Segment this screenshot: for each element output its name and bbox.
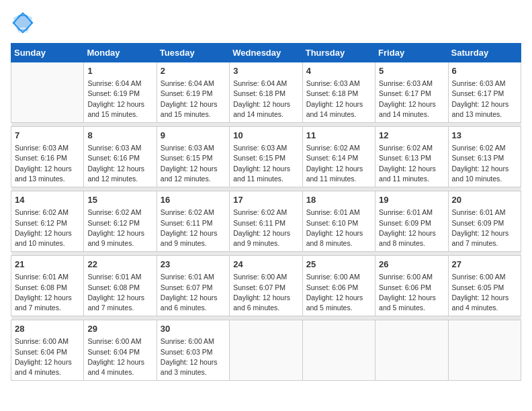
day-info: Sunrise: 6:01 AM Sunset: 6:09 PM Dayligh… bbox=[452, 208, 517, 248]
calendar-cell bbox=[230, 320, 302, 381]
day-info: Sunrise: 6:03 AM Sunset: 6:17 PM Dayligh… bbox=[379, 79, 444, 120]
logo-icon bbox=[11, 11, 35, 35]
day-number: 6 bbox=[452, 65, 517, 77]
day-number: 16 bbox=[161, 194, 226, 206]
day-number: 30 bbox=[161, 323, 226, 335]
calendar-cell: 3Sunrise: 6:04 AM Sunset: 6:18 PM Daylig… bbox=[230, 62, 302, 123]
logo bbox=[11, 11, 38, 35]
calendar-cell: 10Sunrise: 6:03 AM Sunset: 6:15 PM Dayli… bbox=[230, 127, 302, 187]
day-info: Sunrise: 6:02 AM Sunset: 6:14 PM Dayligh… bbox=[306, 143, 371, 184]
day-number: 7 bbox=[15, 130, 80, 142]
calendar-cell: 11Sunrise: 6:02 AM Sunset: 6:14 PM Dayli… bbox=[302, 127, 375, 187]
day-info: Sunrise: 6:01 AM Sunset: 6:08 PM Dayligh… bbox=[87, 272, 152, 313]
day-info: Sunrise: 6:04 AM Sunset: 6:19 PM Dayligh… bbox=[87, 79, 152, 120]
calendar-week-3: 14Sunrise: 6:02 AM Sunset: 6:12 PM Dayli… bbox=[11, 191, 521, 252]
day-number: 12 bbox=[379, 130, 444, 142]
day-info: Sunrise: 6:00 AM Sunset: 6:04 PM Dayligh… bbox=[87, 336, 152, 377]
day-number: 19 bbox=[379, 194, 444, 206]
calendar-cell bbox=[11, 62, 84, 123]
day-number: 20 bbox=[452, 194, 517, 206]
day-info: Sunrise: 6:03 AM Sunset: 6:15 PM Dayligh… bbox=[233, 143, 298, 184]
day-number: 3 bbox=[233, 65, 298, 77]
calendar-cell: 7Sunrise: 6:03 AM Sunset: 6:16 PM Daylig… bbox=[11, 127, 84, 187]
day-number: 25 bbox=[306, 259, 371, 271]
calendar-cell: 30Sunrise: 6:00 AM Sunset: 6:03 PM Dayli… bbox=[157, 320, 229, 381]
calendar-cell: 24Sunrise: 6:00 AM Sunset: 6:07 PM Dayli… bbox=[230, 256, 302, 316]
calendar-cell: 12Sunrise: 6:02 AM Sunset: 6:13 PM Dayli… bbox=[375, 127, 448, 187]
calendar-cell bbox=[375, 320, 448, 381]
day-info: Sunrise: 6:03 AM Sunset: 6:15 PM Dayligh… bbox=[161, 143, 226, 184]
day-header-sunday: Sunday bbox=[11, 44, 84, 62]
day-info: Sunrise: 6:03 AM Sunset: 6:16 PM Dayligh… bbox=[87, 143, 152, 184]
calendar-week-5: 28Sunrise: 6:00 AM Sunset: 6:04 PM Dayli… bbox=[11, 320, 521, 381]
day-header-row: SundayMondayTuesdayWednesdayThursdayFrid… bbox=[11, 44, 521, 62]
day-number: 17 bbox=[233, 194, 298, 206]
day-info: Sunrise: 6:00 AM Sunset: 6:05 PM Dayligh… bbox=[452, 272, 517, 313]
day-number: 23 bbox=[161, 259, 226, 271]
day-info: Sunrise: 6:02 AM Sunset: 6:12 PM Dayligh… bbox=[87, 208, 152, 248]
calendar-cell: 19Sunrise: 6:01 AM Sunset: 6:09 PM Dayli… bbox=[375, 191, 448, 252]
day-number: 29 bbox=[87, 323, 152, 335]
day-info: Sunrise: 6:00 AM Sunset: 6:03 PM Dayligh… bbox=[161, 336, 226, 377]
calendar-cell: 2Sunrise: 6:04 AM Sunset: 6:19 PM Daylig… bbox=[157, 62, 229, 123]
day-info: Sunrise: 6:03 AM Sunset: 6:17 PM Dayligh… bbox=[452, 79, 517, 120]
day-number: 26 bbox=[379, 259, 444, 271]
calendar-cell: 22Sunrise: 6:01 AM Sunset: 6:08 PM Dayli… bbox=[84, 256, 157, 316]
calendar-week-1: 1Sunrise: 6:04 AM Sunset: 6:19 PM Daylig… bbox=[11, 62, 521, 123]
calendar-cell: 16Sunrise: 6:02 AM Sunset: 6:11 PM Dayli… bbox=[157, 191, 229, 252]
calendar-cell: 26Sunrise: 6:00 AM Sunset: 6:06 PM Dayli… bbox=[375, 256, 448, 316]
day-info: Sunrise: 6:02 AM Sunset: 6:11 PM Dayligh… bbox=[233, 208, 298, 248]
day-number: 2 bbox=[161, 65, 226, 77]
day-number: 27 bbox=[452, 259, 517, 271]
day-number: 15 bbox=[87, 194, 152, 206]
calendar-cell: 8Sunrise: 6:03 AM Sunset: 6:16 PM Daylig… bbox=[84, 127, 157, 187]
day-info: Sunrise: 6:00 AM Sunset: 6:06 PM Dayligh… bbox=[306, 272, 371, 313]
day-info: Sunrise: 6:01 AM Sunset: 6:09 PM Dayligh… bbox=[379, 208, 444, 248]
day-header-thursday: Thursday bbox=[302, 44, 375, 62]
day-number: 1 bbox=[87, 65, 152, 77]
calendar-cell: 17Sunrise: 6:02 AM Sunset: 6:11 PM Dayli… bbox=[230, 191, 302, 252]
calendar-cell bbox=[302, 320, 375, 381]
calendar-cell: 21Sunrise: 6:01 AM Sunset: 6:08 PM Dayli… bbox=[11, 256, 84, 316]
day-info: Sunrise: 6:01 AM Sunset: 6:07 PM Dayligh… bbox=[161, 272, 226, 313]
calendar-cell: 1Sunrise: 6:04 AM Sunset: 6:19 PM Daylig… bbox=[84, 62, 157, 123]
day-number: 11 bbox=[306, 130, 371, 142]
day-number: 5 bbox=[379, 65, 444, 77]
calendar-cell: 15Sunrise: 6:02 AM Sunset: 6:12 PM Dayli… bbox=[84, 191, 157, 252]
day-header-friday: Friday bbox=[375, 44, 448, 62]
calendar-cell: 4Sunrise: 6:03 AM Sunset: 6:18 PM Daylig… bbox=[302, 62, 375, 123]
calendar-cell: 29Sunrise: 6:00 AM Sunset: 6:04 PM Dayli… bbox=[84, 320, 157, 381]
day-header-tuesday: Tuesday bbox=[157, 44, 229, 62]
calendar-cell: 9Sunrise: 6:03 AM Sunset: 6:15 PM Daylig… bbox=[157, 127, 229, 187]
calendar-cell: 5Sunrise: 6:03 AM Sunset: 6:17 PM Daylig… bbox=[375, 62, 448, 123]
day-header-saturday: Saturday bbox=[448, 44, 521, 62]
calendar-cell: 18Sunrise: 6:01 AM Sunset: 6:10 PM Dayli… bbox=[302, 191, 375, 252]
calendar-cell: 27Sunrise: 6:00 AM Sunset: 6:05 PM Dayli… bbox=[448, 256, 521, 316]
calendar-cell: 28Sunrise: 6:00 AM Sunset: 6:04 PM Dayli… bbox=[11, 320, 84, 381]
day-info: Sunrise: 6:04 AM Sunset: 6:19 PM Dayligh… bbox=[161, 79, 226, 120]
calendar-cell: 14Sunrise: 6:02 AM Sunset: 6:12 PM Dayli… bbox=[11, 191, 84, 252]
calendar-cell bbox=[448, 320, 521, 381]
day-number: 22 bbox=[87, 259, 152, 271]
calendar-cell: 20Sunrise: 6:01 AM Sunset: 6:09 PM Dayli… bbox=[448, 191, 521, 252]
calendar-header: SundayMondayTuesdayWednesdayThursdayFrid… bbox=[11, 44, 521, 62]
day-number: 24 bbox=[233, 259, 298, 271]
calendar-cell: 25Sunrise: 6:00 AM Sunset: 6:06 PM Dayli… bbox=[302, 256, 375, 316]
calendar-body: 1Sunrise: 6:04 AM Sunset: 6:19 PM Daylig… bbox=[11, 62, 521, 381]
day-header-monday: Monday bbox=[84, 44, 157, 62]
calendar-week-4: 21Sunrise: 6:01 AM Sunset: 6:08 PM Dayli… bbox=[11, 256, 521, 316]
day-number: 13 bbox=[452, 130, 517, 142]
day-number: 21 bbox=[15, 259, 80, 271]
calendar-table: SundayMondayTuesdayWednesdayThursdayFrid… bbox=[11, 43, 521, 381]
day-info: Sunrise: 6:02 AM Sunset: 6:13 PM Dayligh… bbox=[452, 143, 517, 184]
day-info: Sunrise: 6:00 AM Sunset: 6:07 PM Dayligh… bbox=[233, 272, 298, 313]
day-info: Sunrise: 6:02 AM Sunset: 6:11 PM Dayligh… bbox=[161, 208, 226, 248]
day-info: Sunrise: 6:02 AM Sunset: 6:12 PM Dayligh… bbox=[15, 208, 80, 248]
day-info: Sunrise: 6:03 AM Sunset: 6:16 PM Dayligh… bbox=[15, 143, 80, 184]
day-info: Sunrise: 6:01 AM Sunset: 6:10 PM Dayligh… bbox=[306, 208, 371, 248]
day-info: Sunrise: 6:00 AM Sunset: 6:04 PM Dayligh… bbox=[15, 336, 80, 377]
day-info: Sunrise: 6:03 AM Sunset: 6:18 PM Dayligh… bbox=[306, 79, 371, 120]
day-number: 28 bbox=[15, 323, 80, 335]
day-info: Sunrise: 6:02 AM Sunset: 6:13 PM Dayligh… bbox=[379, 143, 444, 184]
calendar-cell: 23Sunrise: 6:01 AM Sunset: 6:07 PM Dayli… bbox=[157, 256, 229, 316]
